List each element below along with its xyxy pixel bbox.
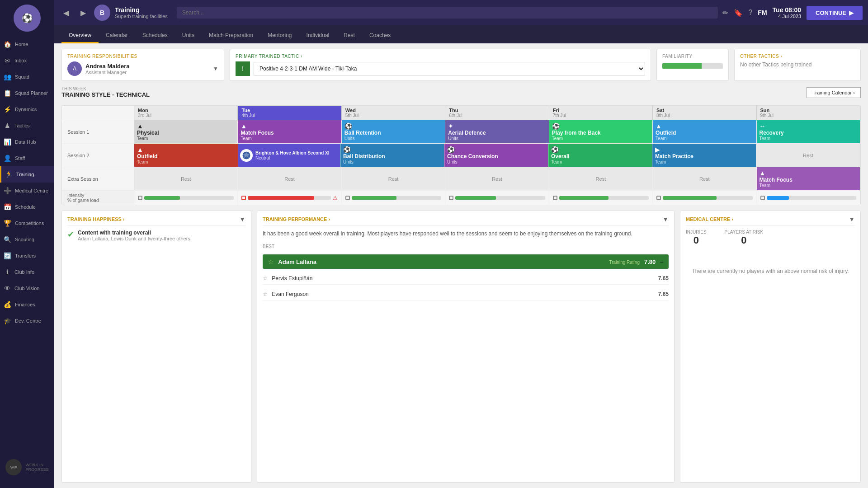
extra-thu[interactable]: Rest: [445, 167, 549, 190]
physical-icon: ▲: [137, 122, 233, 130]
sidebar-item-scouting[interactable]: 🔍 Scouting: [0, 231, 54, 248]
medical-title[interactable]: MEDICAL CENTRE ›: [686, 216, 733, 222]
happiness-title[interactable]: TRAINING HAPPINESS ›: [67, 216, 125, 222]
warning-icon: ⚠: [333, 195, 338, 201]
day-header-wed: Wed 5th Jul: [342, 106, 445, 120]
extra-sat[interactable]: Rest: [653, 167, 756, 190]
sidebar-item-squad[interactable]: 👥 Squad: [0, 69, 54, 85]
sidebar-item-data-hub[interactable]: 📊 Data Hub: [0, 134, 54, 150]
extra-sun[interactable]: ▲ Match Focus Team: [757, 167, 860, 190]
sidebar-item-tactics[interactable]: ♟ Tactics: [0, 117, 54, 134]
week-header: THIS WEEK TRAINING STYLE - TECHNICAL Tra…: [61, 86, 861, 98]
training-icon: 🏃: [5, 171, 13, 178]
this-week-label: THIS WEEK: [61, 86, 150, 91]
page-subtitle: Superb training facilities: [115, 14, 168, 19]
chance-conv-icon: ⚽: [447, 146, 543, 153]
session2-tue[interactable]: Brighton & Hove Albion Second XI Neutral: [238, 144, 340, 167]
extra-fri[interactable]: Rest: [549, 167, 653, 190]
session1-fri[interactable]: ⚽ Play from the Back Team: [549, 120, 653, 143]
intensity-dot-tue: [241, 196, 246, 200]
training-calendar-button[interactable]: Training Calendar ›: [807, 87, 861, 98]
sidebar-item-squad-planner[interactable]: 📋 Squad Planner: [0, 85, 54, 101]
search-input[interactable]: [177, 7, 718, 19]
extra-tue[interactable]: Rest: [238, 167, 341, 190]
edit-button[interactable]: ✏: [722, 9, 728, 17]
other-tactics-panel: OTHER TACTICS › No other Tactics being t…: [734, 49, 861, 81]
sidebar-item-club-vision[interactable]: 👁 Club Vision: [0, 280, 54, 296]
intensity-sun: [757, 191, 860, 205]
tab-individual[interactable]: Individual: [299, 28, 337, 43]
session2-thu[interactable]: ⚽ Chance Conversion Units: [444, 144, 548, 167]
session2-wed[interactable]: ⚽ Ball Distribution Units: [340, 144, 444, 167]
sidebar-item-club-info[interactable]: ℹ Club Info: [0, 264, 54, 280]
intensity-dot-fri: [553, 196, 557, 200]
medical-stats: INJURIES 0 PLAYERS AT RISK 0: [686, 230, 855, 246]
sidebar-item-medical[interactable]: ➕ Medical Centre: [0, 183, 54, 199]
best-label: BEST: [263, 244, 669, 249]
performance-title[interactable]: TRAINING PERFORMANCE ›: [263, 216, 330, 222]
performance-expand-button[interactable]: ▼: [662, 216, 669, 223]
club-info-icon: ℹ: [4, 268, 11, 276]
other-player-2-name: Evan Ferguson: [272, 291, 308, 297]
dropdown-arrow-icon[interactable]: ▼: [213, 66, 218, 72]
session2-sat[interactable]: ▶ Match Practice Team: [652, 144, 756, 167]
sidebar-item-staff[interactable]: 👤 Staff: [0, 150, 54, 166]
home-icon: 🏠: [4, 41, 11, 48]
session1-tue[interactable]: ▲ Match Focus Team: [238, 120, 341, 143]
other-player-row-2[interactable]: ☆ Evan Ferguson 7.65: [263, 288, 669, 300]
sidebar-item-transfers[interactable]: 🔄 Transfers: [0, 248, 54, 264]
session2-sun[interactable]: Rest: [756, 144, 860, 167]
best-player-row[interactable]: ☆ Adam Lallana Training Rating 7.80 –: [263, 254, 669, 269]
sidebar-item-training[interactable]: 🏃 Training: [0, 166, 54, 183]
other-player-row-1[interactable]: ☆ Pervis Estupiñán 7.65: [263, 272, 669, 285]
familiarity-bar: [662, 63, 723, 69]
intensity-bar-fri: [559, 196, 649, 200]
extra-match-focus-icon: ▲: [760, 169, 855, 177]
tab-schedules[interactable]: Schedules: [135, 28, 175, 43]
tab-coaches[interactable]: Coaches: [362, 28, 398, 43]
player1-icon: ☆: [263, 275, 268, 282]
sidebar-item-dev-centre[interactable]: 🎓 Dev. Centre: [0, 313, 54, 329]
sidebar-item-inbox[interactable]: ✉ Inbox: [0, 52, 54, 69]
sidebar-item-finances[interactable]: 💰 Finances: [0, 296, 54, 313]
help-button[interactable]: ?: [748, 9, 752, 17]
happiness-text: Content with training overall Adam Lalla…: [78, 230, 190, 241]
continue-button[interactable]: CONTINUE ▶: [807, 6, 863, 20]
intensity-dot-mon: [138, 196, 142, 200]
bookmark-button[interactable]: 🔖: [734, 9, 743, 17]
intensity-dot-wed: [345, 196, 350, 200]
medical-expand-button[interactable]: ▼: [849, 216, 855, 223]
session2-mon[interactable]: ▲ Outfield Team: [134, 144, 238, 167]
session1-wed[interactable]: ⚽ Ball Retention Units: [342, 120, 445, 143]
extra-session-row: Extra Session Rest Rest Rest Rest Rest R…: [62, 167, 860, 191]
session1-sat[interactable]: ▲ Outfield Team: [653, 120, 756, 143]
session1-thu[interactable]: ✦ Aerial Defence Units: [445, 120, 549, 143]
tab-units[interactable]: Units: [175, 28, 202, 43]
manager-name: Andrea Maldera: [85, 63, 130, 70]
back-button[interactable]: ◀: [60, 7, 72, 19]
other-tactics-label: OTHER TACTICS ›: [740, 54, 855, 59]
tab-rest[interactable]: Rest: [336, 28, 362, 43]
day-header-sun: Sun 9th Jul: [757, 106, 860, 120]
session2-fri[interactable]: ⚽ Overall Team: [548, 144, 652, 167]
happiness-expand-button[interactable]: ▼: [239, 216, 245, 223]
tab-overview[interactable]: Overview: [61, 28, 99, 43]
tactic-select[interactable]: Positive 4-2-3-1 DM AM Wide - Tiki-Taka: [254, 62, 645, 75]
sidebar-item-dynamics[interactable]: ⚡ Dynamics: [0, 101, 54, 117]
extra-wed[interactable]: Rest: [342, 167, 445, 190]
extra-mon[interactable]: Rest: [134, 167, 238, 190]
sidebar-item-schedule[interactable]: 📅 Schedule: [0, 199, 54, 215]
fm-label: FM: [758, 9, 767, 16]
tab-mentoring[interactable]: Mentoring: [260, 28, 299, 43]
forward-button[interactable]: ▶: [77, 7, 90, 19]
sidebar-item-competitions[interactable]: 🏆 Competitions: [0, 215, 54, 231]
tab-calendar[interactable]: Calendar: [99, 28, 135, 43]
competitions-icon: 🏆: [4, 220, 11, 227]
bottom-panels: TRAINING HAPPINESS › ▼ ✔ Content with tr…: [61, 211, 861, 483]
session1-mon[interactable]: ▲ Physical Team: [134, 120, 238, 143]
session1-sun[interactable]: ↔ Recovery Team: [757, 120, 860, 143]
sidebar-item-home[interactable]: 🏠 Home: [0, 36, 54, 52]
injuries-label: INJURIES: [686, 230, 707, 235]
tab-match-prep[interactable]: Match Preparation: [202, 28, 260, 43]
intensity-thu: [445, 191, 549, 205]
